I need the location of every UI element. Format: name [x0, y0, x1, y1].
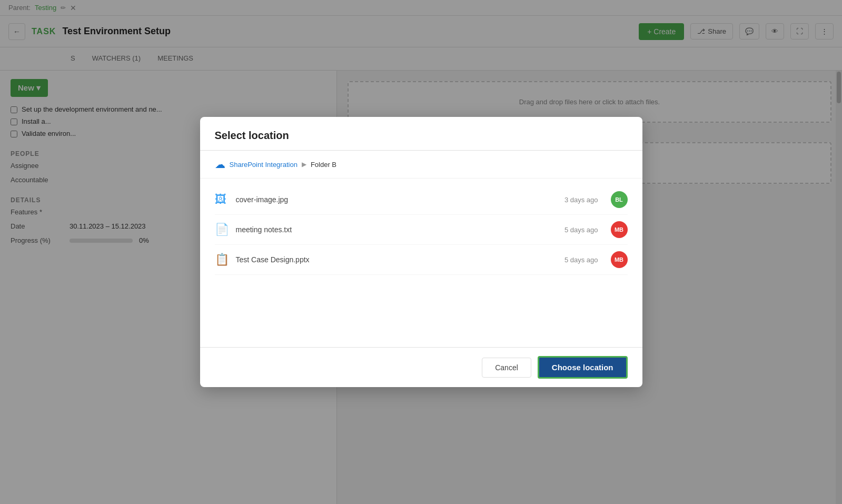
file-avatar-2: MB — [611, 221, 628, 238]
file-name-3: Test Case Design.pptx — [236, 255, 558, 264]
file-avatar-initials-1: BL — [615, 196, 623, 203]
breadcrumb-sharepoint-link[interactable]: SharePoint Integration — [230, 161, 298, 169]
file-row-2[interactable]: 📄 meeting notes.txt 5 days ago MB — [215, 215, 628, 245]
breadcrumb-current-folder: Folder B — [311, 161, 336, 169]
cancel-button[interactable]: Cancel — [482, 358, 531, 378]
file-icon-text: 📄 — [215, 223, 230, 236]
modal-file-list: 🖼 cover-image.jpg 3 days ago BL 📄 meetin… — [200, 179, 642, 347]
file-date-1: 3 days ago — [564, 196, 598, 204]
breadcrumb-separator: ▶ — [302, 161, 306, 168]
file-avatar-initials-3: MB — [615, 256, 623, 263]
modal-overlay: Select location ☁ SharePoint Integration… — [0, 0, 842, 504]
file-name-2: meeting notes.txt — [236, 225, 558, 234]
file-date-3: 5 days ago — [564, 256, 598, 264]
file-avatar-initials-2: MB — [615, 226, 623, 233]
modal-title: Select location — [215, 130, 289, 141]
file-name-1: cover-image.jpg — [236, 195, 558, 204]
modal-header: Select location — [200, 117, 642, 151]
modal-breadcrumb: ☁ SharePoint Integration ▶ Folder B — [200, 151, 642, 179]
file-row-1[interactable]: 🖼 cover-image.jpg 3 days ago BL — [215, 185, 628, 215]
choose-location-button[interactable]: Choose location — [538, 356, 628, 379]
file-avatar-3: MB — [611, 251, 628, 268]
file-row-3[interactable]: 📋 Test Case Design.pptx 5 days ago MB — [215, 245, 628, 275]
file-icon-image: 🖼 — [215, 193, 230, 206]
modal-dialog: Select location ☁ SharePoint Integration… — [200, 117, 642, 387]
cloud-icon: ☁ — [215, 158, 225, 171]
file-avatar-1: BL — [611, 191, 628, 208]
file-date-2: 5 days ago — [564, 226, 598, 234]
modal-footer: Cancel Choose location — [200, 347, 642, 387]
file-icon-pptx: 📋 — [215, 253, 230, 266]
